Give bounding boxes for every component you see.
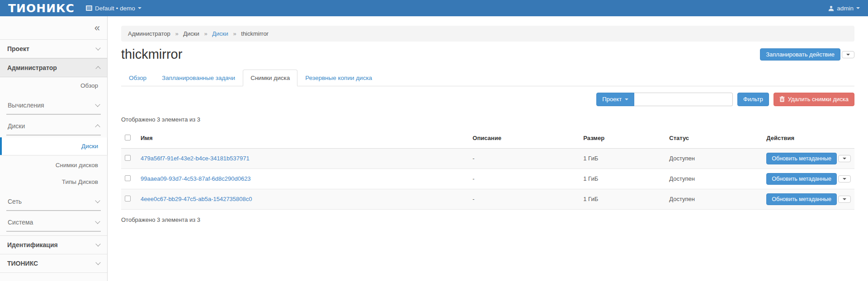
snapshot-name-link[interactable]: 4eee0c67-bb29-47c5-ab5a-1542735808c0 xyxy=(141,196,252,202)
user-menu[interactable]: admin xyxy=(828,5,868,12)
page-title: thickmirror xyxy=(121,47,182,62)
chevron-down-icon xyxy=(95,241,100,246)
snapshot-status: Доступен xyxy=(665,189,763,209)
sidebar-item-tionix[interactable]: ТИОНИКС xyxy=(0,254,107,272)
tionix-logo: ТИОНИКС xyxy=(0,2,86,15)
select-all-checkbox[interactable] xyxy=(125,135,131,140)
table-row: 479a56f7-91ef-43e2-b4ce-34181b537971 - 1… xyxy=(121,148,854,169)
tab-disk-backups[interactable]: Резервные копии диска xyxy=(297,70,380,86)
chevron-down-icon xyxy=(625,98,628,100)
tab-overview[interactable]: Обзор xyxy=(121,70,154,86)
snapshots-table: Имя Описание Размер Статус Действия 479a… xyxy=(121,128,854,210)
main-content: Администратор » Диски » Диски » thickmir… xyxy=(108,16,868,281)
sidebar-collapse-button[interactable]: « xyxy=(94,23,100,33)
update-metadata-button[interactable]: Обновить метаданные xyxy=(766,173,837,185)
list-icon xyxy=(86,5,92,11)
update-metadata-button[interactable]: Обновить метаданные xyxy=(766,193,837,205)
chevron-down-icon xyxy=(95,198,100,203)
snapshot-size: 1 ГиБ xyxy=(580,148,665,169)
snapshot-size: 1 ГиБ xyxy=(580,169,665,189)
column-header-size: Размер xyxy=(580,128,665,149)
trash-icon xyxy=(779,96,785,102)
sidebar-item-disk-types[interactable]: Типы Дисков xyxy=(0,173,107,190)
breadcrumb-current: thickmirror xyxy=(241,30,269,37)
project-context-switcher[interactable]: Default • demo xyxy=(86,5,142,12)
filter-button[interactable]: Фильтр xyxy=(737,93,769,106)
chevron-down-icon xyxy=(95,102,100,107)
chevron-down-icon xyxy=(843,198,846,200)
breadcrumb: Администратор » Диски » Диски » thickmir… xyxy=(121,26,854,42)
sidebar-item-admin[interactable]: Администратор xyxy=(0,58,107,77)
chevron-up-icon xyxy=(95,124,100,129)
items-shown-bottom: Отображено 3 элемента из 3 xyxy=(121,210,854,223)
chevron-down-icon xyxy=(843,178,846,180)
table-row: 99aaea09-93d7-4c53-87af-6d8c290d0623 - 1… xyxy=(121,169,854,189)
chevron-down-icon xyxy=(95,260,100,265)
column-header-description: Описание xyxy=(469,128,580,149)
breadcrumb-admin: Администратор xyxy=(128,30,170,37)
project-filter-dropdown[interactable]: Проект xyxy=(596,93,634,106)
breadcrumb-disks-link[interactable]: Диски xyxy=(212,30,228,37)
row-actions-dropdown-button[interactable] xyxy=(838,175,851,183)
delete-snapshots-button[interactable]: Удалить снимки диска xyxy=(774,93,854,106)
row-checkbox[interactable] xyxy=(125,196,131,201)
table-header-row: Имя Описание Размер Статус Действия xyxy=(121,128,854,149)
column-header-name: Имя xyxy=(137,128,469,149)
chevron-down-icon xyxy=(843,158,846,159)
user-icon xyxy=(828,5,834,11)
snapshot-description: - xyxy=(469,148,580,169)
breadcrumb-disks: Диски xyxy=(183,30,199,37)
sidebar-section-system[interactable]: Система xyxy=(6,214,101,232)
table-toolbar: Проект Фильтр Удалить снимки диска xyxy=(121,93,854,106)
sidebar: « Проект Администратор Обзор Вычисления … xyxy=(0,16,108,281)
top-navbar: ТИОНИКС Default • demo admin xyxy=(0,0,868,16)
schedule-action-dropdown-button[interactable] xyxy=(842,51,854,58)
sidebar-item-disks[interactable]: Диски xyxy=(0,137,107,155)
snapshot-description: - xyxy=(469,189,580,209)
snapshot-name-link[interactable]: 99aaea09-93d7-4c53-87af-6d8c290d0623 xyxy=(141,175,251,182)
snapshot-status: Доступен xyxy=(665,148,763,169)
schedule-action-button[interactable]: Запланировать действие xyxy=(760,48,840,61)
chevron-down-icon xyxy=(856,7,860,9)
column-header-actions: Действия xyxy=(763,128,854,149)
sidebar-item-identity[interactable]: Идентификация xyxy=(0,235,107,254)
sidebar-item-project[interactable]: Проект xyxy=(0,40,107,58)
row-actions-dropdown-button[interactable] xyxy=(838,196,851,203)
user-label: admin xyxy=(837,5,854,12)
sidebar-item-disk-snapshots[interactable]: Снимки дисков xyxy=(0,157,107,173)
column-header-status: Статус xyxy=(665,128,763,149)
sidebar-section-disks[interactable]: Диски xyxy=(6,117,101,136)
items-shown-top: Отображено 3 элемента из 3 xyxy=(121,116,854,123)
snapshot-description: - xyxy=(469,169,580,189)
row-checkbox[interactable] xyxy=(125,175,131,181)
sidebar-section-compute[interactable]: Вычисления xyxy=(6,97,101,115)
row-checkbox[interactable] xyxy=(125,155,131,161)
chevron-down-icon xyxy=(846,54,850,56)
sidebar-section-network[interactable]: Сеть xyxy=(6,193,101,211)
tab-bar: Обзор Запланированные задачи Снимки диск… xyxy=(121,70,854,86)
snapshot-name-link[interactable]: 479a56f7-91ef-43e2-b4ce-34181b537971 xyxy=(141,155,250,162)
chevron-down-icon xyxy=(95,219,100,224)
tab-disk-snapshots[interactable]: Снимки диска xyxy=(243,70,297,86)
context-label: Default • demo xyxy=(95,5,135,12)
search-input[interactable] xyxy=(634,93,733,106)
tab-scheduled-tasks[interactable]: Запланированные задачи xyxy=(154,70,243,86)
chevron-down-icon xyxy=(95,45,100,50)
update-metadata-button[interactable]: Обновить метаданные xyxy=(766,153,837,164)
sidebar-item-overview[interactable]: Обзор xyxy=(0,77,107,94)
snapshot-size: 1 ГиБ xyxy=(580,189,665,209)
row-actions-dropdown-button[interactable] xyxy=(838,155,851,162)
chevron-up-icon xyxy=(95,66,100,71)
table-row: 4eee0c67-bb29-47c5-ab5a-1542735808c0 - 1… xyxy=(121,189,854,209)
chevron-down-icon xyxy=(138,7,142,9)
snapshot-status: Доступен xyxy=(665,169,763,189)
